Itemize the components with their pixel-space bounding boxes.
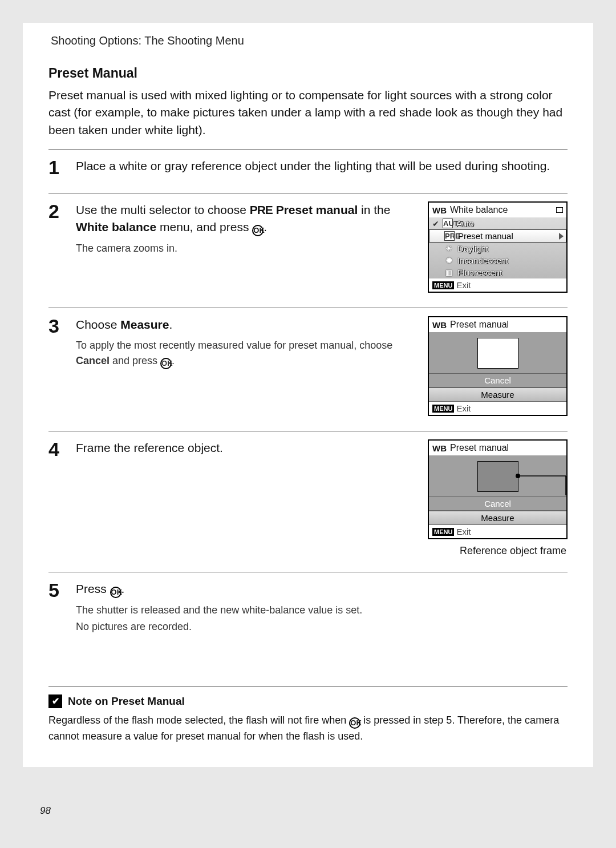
text: To apply the most recently measured valu… — [76, 340, 392, 351]
check-icon: ✔ — [432, 219, 439, 228]
wb-icon: WB — [432, 443, 447, 453]
step-number: 2 — [48, 201, 66, 293]
menu-chip: MENU — [432, 528, 454, 536]
text: and press — [110, 355, 160, 366]
wb-icon: WB — [432, 320, 447, 330]
fluorescent-icon: ▥ — [444, 268, 454, 277]
mode-icon: PRE — [444, 231, 455, 241]
step-3: 3 Choose Measure. To apply the most rece… — [48, 312, 568, 427]
menu-item-daylight: ☀Daylight — [429, 243, 566, 255]
step-4: 4 Frame the reference object. WB Preset … — [48, 435, 568, 568]
text-bold: Preset manual — [276, 203, 358, 216]
sun-icon: ☀ — [444, 244, 454, 253]
lcd-footer: MENUExit — [429, 525, 566, 538]
menu-label: Auto — [456, 219, 474, 228]
step-subtext: The shutter is released and the new whit… — [76, 603, 568, 618]
lcd-frame-reference: WB Preset manual Cancel Measure MENUE — [428, 439, 568, 539]
pre-icon: PRE — [250, 203, 273, 216]
exit-label: Exit — [456, 403, 471, 413]
exit-label: Exit — [456, 280, 471, 290]
divider — [48, 149, 568, 150]
step-number: 5 — [48, 580, 66, 635]
ok-icon: OK — [252, 225, 264, 236]
lcd-footer: MENUExit — [429, 402, 566, 415]
menu-label: Incandescent — [457, 256, 508, 265]
step-1: 1 Place a white or gray reference object… — [48, 153, 568, 189]
step-subtext: To apply the most recently measured valu… — [76, 338, 412, 369]
text: Press — [76, 582, 110, 595]
menu-item-incandescent: ✺Incandescent — [429, 255, 566, 266]
step-5: 5 Press OK. The shutter is released and … — [48, 576, 568, 646]
lcd-title: White balance — [450, 205, 553, 215]
ok-icon: OK — [110, 587, 121, 598]
exit-label: Exit — [456, 527, 471, 536]
note-section: ✔ Note on Preset Manual Regardless of th… — [48, 686, 568, 744]
callout-label: Reference object frame — [428, 545, 568, 557]
note-title: Note on Preset Manual — [68, 695, 185, 708]
reference-box — [477, 338, 518, 369]
menu-item-fluorescent: ▥Fluorescent — [429, 266, 566, 278]
menu-item-preset-manual: PREPreset manual — [429, 229, 566, 243]
lcd-header: WB White balance — [429, 203, 566, 217]
lcd-title: Preset manual — [450, 320, 563, 330]
step-subtext: The camera zooms in. — [76, 241, 412, 256]
bulb-icon: ✺ — [444, 256, 454, 265]
divider — [48, 431, 568, 431]
lcd-preset-manual: WB Preset manual Cancel Measure MENUExit — [428, 316, 568, 416]
menu-label: Daylight — [457, 244, 488, 253]
card-icon — [556, 207, 563, 213]
divider — [48, 308, 568, 308]
text: . — [121, 582, 125, 595]
page-number: 98 — [40, 805, 51, 817]
step-text: Choose Measure. — [76, 316, 412, 333]
ok-icon: OK — [349, 717, 360, 729]
section-title: Preset Manual — [48, 66, 568, 81]
step-number: 1 — [48, 158, 66, 178]
wb-icon: WB — [432, 205, 447, 215]
measure-option: Measure — [429, 387, 566, 402]
step-2: 2 Use the multi selector to choose PRE P… — [48, 197, 568, 304]
menu-label: Fluorescent — [457, 268, 502, 277]
lcd-footer: MENUExit — [429, 278, 566, 292]
note-text: Regardless of the flash mode selected, t… — [48, 713, 568, 744]
text-bold: White balance — [76, 220, 156, 233]
text: Regardless of the flash mode selected, t… — [48, 714, 349, 726]
text-bold: Cancel — [76, 355, 110, 366]
cancel-option: Cancel — [429, 373, 566, 387]
reference-frame-box — [477, 461, 518, 492]
menu-label: Preset manual — [458, 231, 513, 241]
divider — [48, 193, 568, 193]
measure-option: Measure — [429, 511, 566, 525]
text-bold: Measure — [120, 318, 169, 331]
lcd-white-balance-menu: WB White balance ✔AUTOAuto PREPreset man… — [428, 201, 568, 293]
manual-page: Shooting Options: The Shooting Menu Pres… — [23, 23, 593, 767]
lcd-header: WB Preset manual — [429, 317, 566, 332]
text: . — [172, 355, 175, 366]
step-text: Place a white or gray reference object u… — [76, 158, 568, 175]
intro-paragraph: Preset manual is used with mixed lightin… — [48, 87, 568, 139]
text: . — [169, 318, 172, 331]
text: Choose — [76, 318, 120, 331]
ok-icon: OK — [160, 358, 172, 369]
text: in the — [358, 203, 390, 216]
menu-item-auto: ✔AUTOAuto — [429, 217, 566, 229]
breadcrumb: Shooting Options: The Shooting Menu — [48, 34, 568, 47]
step-number: 4 — [48, 439, 66, 557]
text: . — [264, 220, 267, 233]
text: menu, and press — [156, 220, 252, 233]
mode-icon: AUTO — [443, 219, 453, 228]
lcd-header: WB Preset manual — [429, 441, 566, 455]
leader-line — [514, 473, 572, 495]
step-text: Use the multi selector to choose PRE Pre… — [76, 201, 412, 236]
step-number: 3 — [48, 316, 66, 416]
text: Use the multi selector to choose — [76, 203, 250, 216]
cancel-option: Cancel — [429, 496, 566, 511]
divider — [48, 572, 568, 572]
step-subtext: No pictures are recorded. — [76, 619, 568, 635]
menu-chip: MENU — [432, 405, 454, 413]
step-text: Press OK. — [76, 580, 568, 598]
step-text: Frame the reference object. — [76, 439, 412, 457]
lcd-title: Preset manual — [450, 443, 563, 453]
menu-chip: MENU — [432, 281, 454, 289]
note-icon: ✔ — [48, 694, 62, 708]
